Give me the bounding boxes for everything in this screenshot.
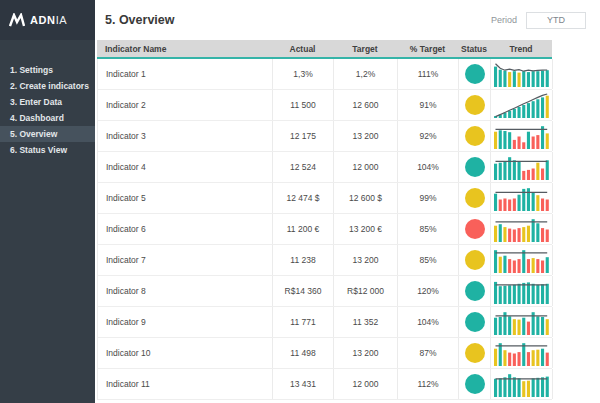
- app-window: ADNIA 1. Settings2. Create indicators3. …: [0, 0, 600, 403]
- status-dot: [465, 126, 485, 146]
- trend-sparkline: [494, 247, 550, 273]
- actual-cell: 12 175: [273, 121, 334, 151]
- trend-sparkline: [494, 309, 550, 335]
- trend-cell: [491, 245, 553, 275]
- status-cell: [459, 307, 491, 337]
- trend-sparkline: [494, 340, 550, 366]
- trend-sparkline: [494, 154, 550, 180]
- target-cell: 12 000: [334, 369, 398, 399]
- pct-target-cell: 92%: [398, 121, 459, 151]
- pct-target-cell: 85%: [398, 245, 459, 275]
- col-pct-target: % Target: [397, 44, 458, 54]
- target-cell: 12 600: [334, 90, 398, 120]
- table-row: Indicator 512 474 $12 600 $99%: [98, 183, 552, 214]
- pct-target-cell: 120%: [398, 276, 459, 306]
- sidebar-item[interactable]: 5. Overview: [0, 126, 95, 142]
- col-status: Status: [458, 44, 490, 54]
- col-trend: Trend: [490, 44, 552, 54]
- indicator-name-cell: Indicator 2: [98, 90, 273, 120]
- indicator-name-cell: Indicator 9: [98, 307, 273, 337]
- trend-sparkline: [494, 123, 550, 149]
- indicator-name-cell: Indicator 4: [98, 152, 273, 182]
- trend-cell: [491, 152, 553, 182]
- pct-target-cell: 112%: [398, 369, 459, 399]
- target-cell: 1,2%: [334, 59, 398, 89]
- target-cell: 13 200: [334, 121, 398, 151]
- sidebar-item[interactable]: 3. Enter Data: [0, 94, 95, 110]
- trend-cell: [491, 276, 553, 306]
- pct-target-cell: 104%: [398, 152, 459, 182]
- indicator-name-cell: Indicator 7: [98, 245, 273, 275]
- actual-cell: 12 474 $: [273, 183, 334, 213]
- target-cell: 12 000: [334, 152, 398, 182]
- actual-cell: 11 500: [273, 90, 334, 120]
- actual-cell: 11 771: [273, 307, 334, 337]
- trend-sparkline: [494, 92, 550, 118]
- status-dot: [465, 64, 485, 84]
- trend-cell: [491, 59, 553, 89]
- indicator-name-cell: Indicator 1: [98, 59, 273, 89]
- trend-cell: [491, 307, 553, 337]
- table-header: Indicator Name Actual Target % Target St…: [97, 40, 552, 59]
- status-cell: [459, 338, 491, 368]
- status-cell: [459, 152, 491, 182]
- sidebar-item[interactable]: 6. Status View: [0, 142, 95, 158]
- table-row: Indicator 911 77111 352104%: [98, 307, 552, 338]
- trend-sparkline: [494, 185, 550, 211]
- status-dot: [465, 374, 485, 394]
- actual-cell: 11 238: [273, 245, 334, 275]
- trend-sparkline: [494, 278, 550, 304]
- pct-target-cell: 91%: [398, 90, 459, 120]
- trend-cell: [491, 214, 553, 244]
- status-cell: [459, 183, 491, 213]
- sidebar-item[interactable]: 1. Settings: [0, 62, 95, 78]
- pct-target-cell: 87%: [398, 338, 459, 368]
- table-row: Indicator 11,3%1,2%111%: [98, 59, 552, 90]
- col-actual: Actual: [272, 44, 333, 54]
- indicator-name-cell: Indicator 8: [98, 276, 273, 306]
- indicator-table: Indicator Name Actual Target % Target St…: [97, 40, 552, 400]
- sidebar-item[interactable]: 2. Create indicators: [0, 78, 95, 94]
- target-cell: 13 200: [334, 338, 398, 368]
- actual-cell: R$14 360: [273, 276, 334, 306]
- status-dot: [465, 95, 485, 115]
- period-select[interactable]: YTD: [526, 12, 586, 29]
- indicator-name-cell: Indicator 5: [98, 183, 273, 213]
- status-cell: [459, 245, 491, 275]
- pct-target-cell: 85%: [398, 214, 459, 244]
- table-row: Indicator 1011 49813 20087%: [98, 338, 552, 369]
- actual-cell: 1,3%: [273, 59, 334, 89]
- table-row: Indicator 312 17513 20092%: [98, 121, 552, 152]
- target-cell: R$12 000: [334, 276, 398, 306]
- target-cell: 13 200: [334, 245, 398, 275]
- col-target: Target: [333, 44, 397, 54]
- status-dot: [465, 157, 485, 177]
- indicator-name-cell: Indicator 6: [98, 214, 273, 244]
- status-dot: [465, 281, 485, 301]
- main-area: 5. Overview Period YTD Indicator Name Ac…: [95, 0, 600, 403]
- target-cell: 13 200 €: [334, 214, 398, 244]
- indicator-name-cell: Indicator 10: [98, 338, 273, 368]
- actual-cell: 13 431: [273, 369, 334, 399]
- status-cell: [459, 369, 491, 399]
- actual-cell: 12 524: [273, 152, 334, 182]
- target-cell: 12 600 $: [334, 183, 398, 213]
- sidebar-item[interactable]: 4. Dashboard: [0, 110, 95, 126]
- trend-cell: [491, 338, 553, 368]
- table-row: Indicator 8R$14 360R$12 000120%: [98, 276, 552, 307]
- trend-sparkline: [494, 371, 550, 397]
- table-row: Indicator 412 52412 000104%: [98, 152, 552, 183]
- status-cell: [459, 214, 491, 244]
- status-dot: [465, 312, 485, 332]
- status-dot: [465, 250, 485, 270]
- trend-cell: [491, 90, 553, 120]
- sidebar: ADNIA 1. Settings2. Create indicators3. …: [0, 0, 95, 403]
- actual-cell: 11 498: [273, 338, 334, 368]
- status-cell: [459, 121, 491, 151]
- period-control: Period YTD: [491, 12, 586, 29]
- status-dot: [465, 219, 485, 239]
- pct-target-cell: 99%: [398, 183, 459, 213]
- adnia-logo-icon: [9, 13, 25, 27]
- table-row: Indicator 1113 43112 000112%: [98, 369, 552, 400]
- trend-cell: [491, 121, 553, 151]
